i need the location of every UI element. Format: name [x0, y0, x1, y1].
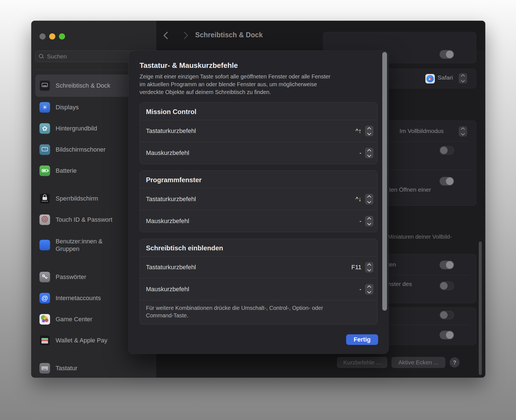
row-label: Mauskurzbefehl [146, 286, 359, 293]
displays-icon: ☀ [39, 102, 50, 113]
sidebar-item-label: Internetaccounts [56, 294, 101, 302]
section-programmfenster: Programmfenster Tastaturkurzbefehl ^↓ Ma… [140, 171, 378, 232]
search-icon [39, 54, 44, 59]
battery-icon [39, 165, 50, 176]
row-value: - [359, 218, 361, 225]
bg-toggle-1[interactable] [440, 50, 454, 59]
row-label: Tastaturkurzbefehl [146, 127, 356, 135]
back-icon[interactable] [163, 32, 171, 39]
bg-toggle-5[interactable] [440, 281, 454, 290]
lock-screen-icon [39, 193, 50, 204]
section-title: Mission Control [140, 103, 377, 120]
dialog-title: Tastatur- & Mauskurzbefehle [140, 61, 378, 70]
passwords-icon [39, 272, 50, 282]
dialog-description: Zeige mit einer einzigen Taste sofort al… [140, 73, 378, 96]
sidebar-item-tastatur[interactable]: Tastatur [35, 358, 152, 377]
bg-toggle-4[interactable] [440, 261, 454, 269]
dialog-description-line: Zeige mit einer einzigen Taste sofort al… [140, 73, 378, 80]
section-title: Programmfenster [140, 171, 377, 188]
dialog-scrollbar[interactable] [382, 52, 387, 311]
bg-toggle-2[interactable] [440, 146, 454, 155]
touch-id-icon [39, 214, 50, 225]
default-browser-select[interactable] [459, 73, 467, 83]
screensaver-icon [39, 144, 50, 155]
section-schreibtisch-einblenden: Schreibtisch einblenden Tastaturkurzbefe… [140, 239, 378, 325]
shortcut-row: Tastaturkurzbefehl ^↑ [140, 120, 377, 142]
bg-toggle-6[interactable] [440, 311, 454, 319]
fullscreen-select[interactable] [459, 126, 467, 137]
sidebar-item-label: Hintergrundbild [56, 125, 97, 132]
close-window-button[interactable] [39, 33, 46, 39]
shortcut-row: Mauskurzbefehl - [140, 210, 377, 232]
help-button[interactable]: ? [450, 357, 460, 367]
shortcuts-dialog: Tastatur- & Mauskurzbefehle Zeige mit ei… [128, 51, 389, 354]
keyboard-icon [39, 363, 50, 374]
shortcut-select[interactable] [365, 216, 373, 226]
window-controls [39, 33, 65, 39]
bg-fragment-open-row: ten Öffnen einer [389, 186, 431, 193]
fullscreen-selector-value: Im Vollbildmodus [400, 128, 444, 134]
game-center-icon [39, 314, 50, 325]
sidebar-item-label: Benutzer:innen & Gruppen [56, 238, 111, 253]
minimize-window-button[interactable] [49, 33, 55, 39]
sidebar-item-label: Schreibtisch & Dock [56, 82, 110, 90]
bg-fragment-thumbnails: Miniaturen deiner Vollbild- [388, 234, 452, 240]
sidebar-item-label: Tastatur [56, 364, 77, 372]
page-title: Schreibtisch & Dock [195, 31, 263, 39]
done-button[interactable]: Fertig [346, 334, 378, 345]
section-footer: Für weitere Kombinationen drücke die Ums… [140, 300, 377, 324]
sidebar-item-label: Batterie [56, 167, 77, 175]
bg-toggle-3[interactable] [440, 177, 454, 186]
section-footer-line: Command-Taste. [146, 312, 371, 319]
shortcut-select[interactable] [365, 148, 373, 158]
row-label: Mauskurzbefehl [146, 218, 359, 225]
section-mission-control: Mission Control Tastaturkurzbefehl ^↑ Ma… [140, 102, 378, 164]
dialog-description-line: verdeckte Objekte auf deinem Schreibtisc… [140, 88, 378, 96]
shortcut-select[interactable] [365, 262, 373, 273]
users-groups-icon [39, 240, 50, 250]
row-value: F11 [351, 264, 361, 271]
forward-icon[interactable] [181, 32, 188, 39]
section-title: Schreibtisch einblenden [140, 239, 377, 256]
hot-corners-button[interactable]: Aktive Ecken ... [391, 357, 445, 368]
row-value: ^↑ [356, 127, 361, 135]
row-value: - [359, 286, 361, 293]
sidebar-item-label: Game Center [56, 315, 92, 323]
default-browser-value: Safari [438, 74, 453, 81]
row-label: Tastaturkurzbefehl [146, 196, 356, 203]
bg-toggle-7[interactable] [440, 331, 454, 339]
shortcut-row: Mauskurzbefehl - [140, 142, 377, 164]
sidebar-item-label: Passwörter [56, 273, 86, 281]
desktop-dock-icon [39, 80, 50, 91]
row-value: ^↓ [356, 196, 361, 203]
bg-fragment-ten: ten [388, 261, 396, 268]
row-label: Tastaturkurzbefehl [146, 264, 351, 271]
section-footer-line: Für weitere Kombinationen drücke die Ums… [146, 304, 371, 312]
sidebar-item-label: Sperrbildschirm [56, 195, 98, 202]
shortcut-row: Tastaturkurzbefehl F11 [140, 256, 377, 278]
wallet-icon [39, 335, 50, 346]
shortcut-row: Mauskurzbefehl - [140, 278, 377, 300]
sidebar-item-label: Wallet & Apple Pay [56, 337, 107, 344]
sidebar-item-label: Displays [56, 103, 79, 111]
zoom-window-button[interactable] [59, 33, 65, 39]
bg-fragment-fenster: nster des [388, 281, 412, 287]
row-value: - [359, 149, 361, 157]
shortcut-select[interactable] [365, 126, 373, 136]
safari-icon [425, 74, 435, 83]
row-label: Mauskurzbefehl [146, 149, 359, 157]
shortcut-select[interactable] [365, 284, 373, 295]
window-scrollbar[interactable] [479, 241, 482, 375]
dialog-description-line: im aktuellen Programm an oder blende Fen… [140, 80, 378, 88]
shortcut-row: Tastaturkurzbefehl ^↓ [140, 188, 377, 210]
internet-accounts-icon: @ [39, 293, 50, 303]
shortcut-select[interactable] [365, 194, 373, 204]
sidebar-item-label: Touch ID & Passwort [56, 216, 112, 224]
shortcuts-button[interactable]: Kurzbefehle ... [337, 357, 387, 368]
wallpaper-icon: ✿ [39, 123, 50, 134]
sidebar-item-label: Bildschirmschoner [56, 146, 106, 154]
